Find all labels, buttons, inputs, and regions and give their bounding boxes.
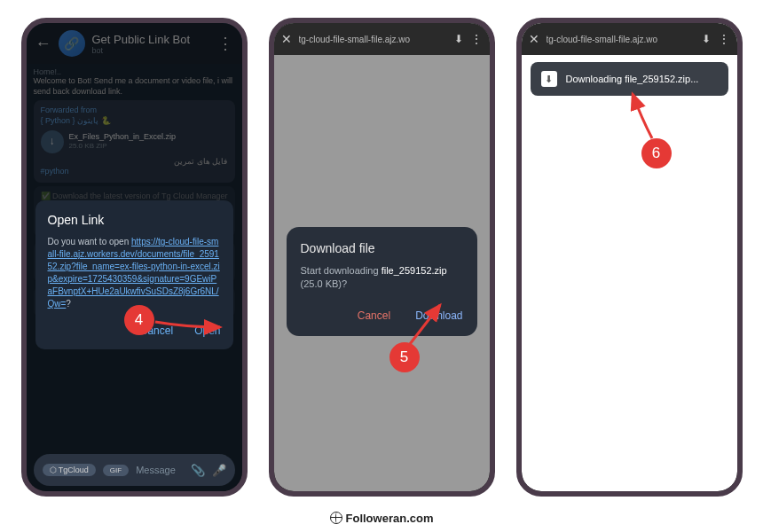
- input-placeholder: Message: [136, 465, 183, 475]
- close-icon[interactable]: ✕: [529, 32, 539, 46]
- globe-icon: [330, 512, 342, 524]
- download-icon[interactable]: ⬇: [454, 33, 463, 45]
- url-text[interactable]: tg-cloud-file-small-file.ajz.wo: [547, 35, 695, 44]
- annotation-badge-4: 4: [124, 305, 154, 335]
- dialog-title: Download file: [301, 241, 463, 255]
- footer: Followeran.com: [0, 512, 763, 525]
- annotation-badge-6: 6: [641, 138, 672, 168]
- dialog-title: Open Link: [48, 213, 221, 227]
- phone-2: ✕ tg-cloud-file-small-file.ajz.wo ⬇ ⋮ Do…: [269, 18, 495, 497]
- toast-text: Downloading file_259152.zip...: [566, 74, 699, 84]
- phone-3: ✕ tg-cloud-file-small-file.ajz.wo ⬇ ⋮ ⬇ …: [516, 18, 743, 497]
- more-icon[interactable]: ⋮: [718, 32, 730, 46]
- phone-1: ← 🔗 Get Public Link Bot bot ⋮ Home!.. We…: [21, 18, 248, 497]
- dialog-prompt: Do you want to open: [48, 237, 132, 246]
- download-icon[interactable]: ⬇: [702, 33, 711, 45]
- annotation-badge-5: 5: [389, 342, 420, 372]
- attach-icon[interactable]: 📎: [191, 464, 205, 477]
- url-text[interactable]: tg-cloud-file-small-file.ajz.wo: [299, 35, 447, 44]
- close-icon[interactable]: ✕: [281, 32, 292, 46]
- dialog-url[interactable]: https://tg-cloud-file-small-file.ajz.wor…: [48, 237, 220, 309]
- more-icon[interactable]: ⋮: [470, 32, 483, 46]
- cancel-button[interactable]: Cancel: [358, 309, 390, 322]
- annotation-arrow-6: [624, 87, 668, 145]
- footer-text: Followeran.com: [346, 512, 434, 525]
- message-input-bar[interactable]: ⬡ TgCloud GIF Message 📎 🎤: [34, 454, 235, 486]
- gif-chip[interactable]: GIF: [103, 465, 129, 476]
- annotation-arrow-4: [151, 311, 231, 338]
- mic-icon[interactable]: 🎤: [212, 464, 226, 477]
- browser-bar: ✕ tg-cloud-file-small-file.ajz.wo ⬇ ⋮: [522, 23, 737, 55]
- file-icon: ⬇: [541, 71, 557, 87]
- tgcloud-chip[interactable]: ⬡ TgCloud: [43, 464, 96, 476]
- browser-bar: ✕ tg-cloud-file-small-file.ajz.wo ⬇ ⋮: [274, 23, 490, 55]
- filename: file_259152.zip: [382, 265, 447, 276]
